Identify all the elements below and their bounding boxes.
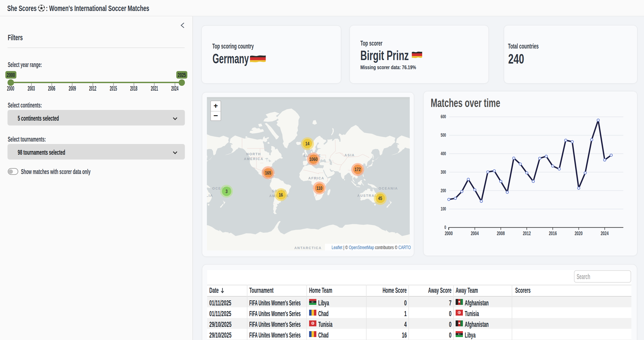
- svg-text:AFRICA: AFRICA: [308, 176, 324, 180]
- svg-text:NORTH: NORTH: [246, 152, 261, 156]
- svg-text:AMERICA: AMERICA: [244, 157, 264, 161]
- svg-text:LIA: LIA: [207, 194, 213, 198]
